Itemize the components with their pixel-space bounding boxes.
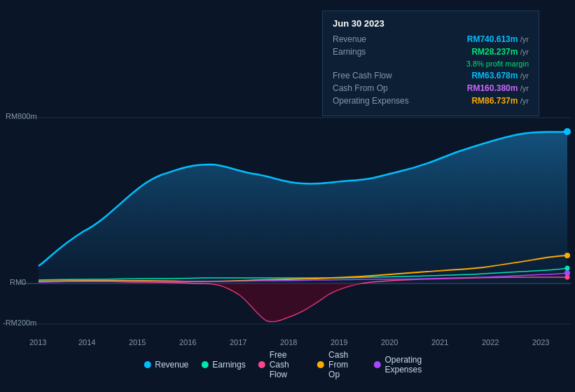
- tooltip-label-cashop: Cash From Op: [333, 83, 424, 93]
- legend-dot-revenue: [144, 361, 151, 368]
- svg-point-8: [565, 275, 570, 280]
- x-label-2023: 2023: [532, 338, 549, 346]
- tooltip-label-fcf: Free Cash Flow: [333, 71, 424, 80]
- tooltip-value-earnings: RM28.237m /yr: [471, 47, 529, 57]
- tooltip-label-earnings: Earnings: [333, 47, 424, 57]
- tooltip-row-opex: Operating Expenses RM86.737m /yr: [333, 96, 529, 106]
- legend-dot-fcf: [258, 361, 265, 368]
- tooltip-margin-row: 3.8% profit margin: [333, 59, 529, 68]
- legend-item-revenue[interactable]: Revenue: [144, 360, 188, 370]
- x-label-2013: 2013: [29, 338, 46, 346]
- tooltip-date: Jun 30 2023: [333, 18, 529, 29]
- legend-label-cashop: Cash From Op: [328, 350, 361, 379]
- x-label-2019: 2019: [331, 338, 347, 346]
- x-label-2014: 2014: [78, 338, 95, 346]
- tooltip-row-cashop: Cash From Op RM160.380m /yr: [333, 83, 529, 93]
- x-label-2022: 2022: [482, 338, 499, 346]
- tooltip-row-earnings: Earnings RM28.237m /yr: [333, 47, 529, 57]
- legend-dot-cashop: [317, 361, 324, 368]
- tooltip-value-revenue: RM740.613m /yr: [467, 34, 529, 44]
- tooltip-label-revenue: Revenue: [333, 34, 424, 44]
- y-label-neg200m: -RM200m: [3, 318, 36, 327]
- tooltip-label-opex: Operating Expenses: [333, 96, 424, 106]
- tooltip-row-revenue: Revenue RM740.613m /yr: [333, 34, 529, 44]
- x-label-2015: 2015: [129, 338, 146, 346]
- svg-point-5: [564, 128, 571, 135]
- x-label-2017: 2017: [230, 338, 247, 346]
- legend-dot-opex: [374, 361, 381, 368]
- legend-label-opex: Operating Expenses: [385, 355, 431, 374]
- chart-container: RM800m RM0 -RM200m 2013 2014 2015 2016 2…: [0, 0, 575, 392]
- legend-dot-earnings: [201, 361, 208, 368]
- svg-point-6: [564, 253, 570, 258]
- y-label-800m: RM800m: [6, 112, 37, 120]
- legend-label-revenue: Revenue: [155, 360, 188, 370]
- y-label-0: RM0: [10, 278, 26, 286]
- x-label-2020: 2020: [381, 338, 398, 346]
- legend-label-fcf: Free Cash Flow: [270, 350, 305, 379]
- x-label-2016: 2016: [179, 338, 196, 346]
- legend-item-earnings[interactable]: Earnings: [201, 360, 245, 370]
- legend-item-cashop[interactable]: Cash From Op: [317, 350, 361, 379]
- tooltip-value-cashop: RM160.380m /yr: [467, 83, 529, 93]
- legend-label-earnings: Earnings: [212, 360, 245, 370]
- x-label-2021: 2021: [431, 338, 448, 346]
- x-label-2018: 2018: [280, 338, 297, 346]
- tooltip-value-opex: RM86.737m /yr: [471, 96, 529, 106]
- tooltip-margin-value: 3.8% profit margin: [466, 59, 529, 68]
- tooltip-row-fcf: Free Cash Flow RM63.678m /yr: [333, 71, 529, 80]
- legend: Revenue Earnings Free Cash Flow Cash Fro…: [144, 350, 431, 379]
- legend-item-fcf[interactable]: Free Cash Flow: [258, 350, 305, 379]
- tooltip-box: Jun 30 2023 Revenue RM740.613m /yr Earni…: [322, 10, 539, 116]
- svg-point-9: [565, 266, 570, 271]
- tooltip-value-fcf: RM63.678m /yr: [471, 71, 529, 80]
- legend-item-opex[interactable]: Operating Expenses: [374, 355, 431, 374]
